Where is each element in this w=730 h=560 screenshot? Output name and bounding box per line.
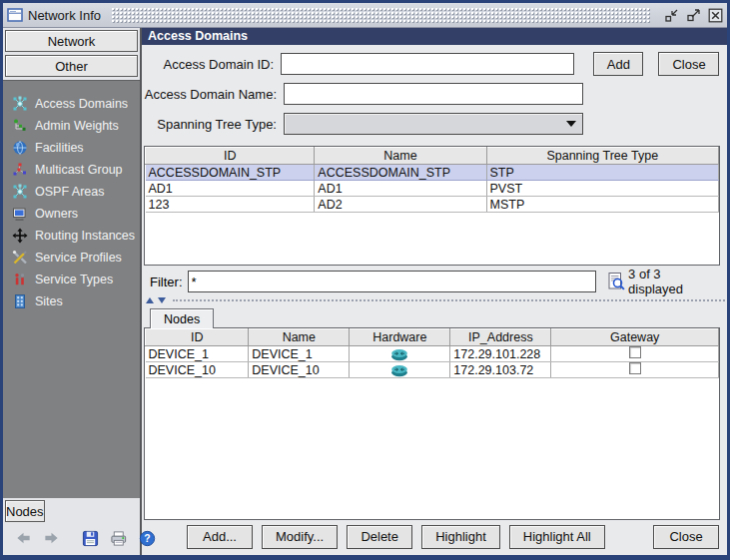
sidebar-item-label: OSPF Areas — [35, 185, 104, 199]
access-domain-form: Access Domain ID: Add Close Access Domai… — [142, 45, 727, 144]
cell-ip-address[interactable]: 172.29.103.72 — [450, 362, 551, 378]
spanning-tree-type-dropdown[interactable] — [284, 113, 583, 135]
sidebar-item-label: Routing Instances — [35, 229, 135, 243]
cell-stp[interactable]: STP — [486, 165, 718, 181]
access-domain-name-input[interactable] — [284, 83, 583, 105]
table-row[interactable]: 123 AD2 MSTP — [146, 197, 719, 213]
sidebar-toolbar: ? — [3, 523, 140, 553]
sidebar-item-label: Service Profiles — [35, 251, 122, 265]
access-domain-id-input[interactable] — [281, 53, 574, 75]
sidebar-item-routing-instances[interactable]: Routing Instances — [3, 225, 140, 247]
sidebar-item-label: Service Types — [35, 273, 113, 286]
cell-stp[interactable]: PVST — [486, 181, 718, 197]
table-row[interactable]: AD1 AD1 PVST — [146, 181, 719, 197]
cell-hardware[interactable] — [350, 362, 450, 378]
cell-hardware[interactable] — [350, 346, 450, 362]
cell-name[interactable]: DEVICE_1 — [249, 346, 350, 362]
cell-id[interactable]: AD1 — [146, 181, 315, 197]
router-icon — [390, 348, 408, 361]
divider-texture — [173, 299, 725, 301]
add-button[interactable]: Add — [593, 52, 644, 76]
forward-arrow-icon[interactable] — [43, 530, 60, 546]
cell-name[interactable]: AD2 — [315, 197, 486, 213]
sidebar-item-ospf-areas[interactable]: OSPF Areas — [3, 181, 140, 203]
page-title: Access Domains — [142, 28, 727, 45]
window-controls — [663, 7, 723, 23]
service-type-icon — [12, 272, 28, 287]
nodes-col-name[interactable]: Name — [249, 329, 350, 346]
nodes-panel: Nodes ID Name Hardware IP_Address Gatewa… — [142, 304, 727, 520]
chevron-down-icon — [566, 121, 576, 127]
nodes-col-id[interactable]: ID — [146, 329, 249, 346]
domains-col-id[interactable]: ID — [146, 148, 315, 165]
modify-button[interactable]: Modify... — [262, 525, 338, 549]
add-node-button[interactable]: Add... — [187, 525, 253, 549]
nodes-col-gateway[interactable]: Gateway — [551, 329, 719, 346]
sidebar-item-facilities[interactable]: Facilities — [3, 137, 140, 159]
computer-icon — [12, 206, 28, 222]
cell-stp[interactable]: MSTP — [486, 197, 718, 213]
domains-col-stp[interactable]: Spanning Tree Type — [486, 148, 718, 165]
sidebar-tab-other[interactable]: Other — [5, 55, 138, 77]
maximize-button[interactable] — [685, 7, 701, 23]
sidebar-item-owners[interactable]: Owners — [3, 203, 140, 225]
gateway-checkbox[interactable] — [629, 362, 641, 374]
sidebar-tab-nodes[interactable]: Nodes — [5, 500, 45, 522]
sidebar-item-label: Multicast Group — [35, 163, 123, 177]
cell-name[interactable]: DEVICE_10 — [249, 362, 350, 378]
cell-id[interactable]: ACCESSDOMAIN_STP — [146, 165, 315, 181]
collapse-up-icon[interactable] — [146, 297, 154, 303]
table-row[interactable]: DEVICE_1 DEVICE_1 172.29.101.228 — [146, 346, 719, 362]
tab-nodes[interactable]: Nodes — [150, 308, 214, 328]
sidebar-item-label: Facilities — [35, 141, 84, 155]
footer-close-button[interactable]: Close — [653, 525, 719, 549]
domains-table: ID Name Spanning Tree Type ACCESSDOMAIN_… — [144, 146, 720, 266]
iconify-button[interactable] — [663, 7, 679, 23]
network-hub-icon — [12, 184, 28, 200]
close-button[interactable] — [707, 7, 723, 23]
split-pane-divider[interactable] — [142, 295, 727, 304]
cell-name[interactable]: AD1 — [315, 181, 486, 197]
sidebar-item-label: Owners — [35, 207, 78, 221]
cell-gateway[interactable] — [551, 362, 719, 378]
sidebar-item-access-domains[interactable]: Access Domains — [3, 93, 140, 115]
filter-label: Filter: — [150, 275, 188, 289]
cell-gateway[interactable] — [551, 346, 719, 362]
table-row[interactable]: DEVICE_10 DEVICE_10 172.29.103.72 — [146, 362, 719, 378]
save-icon[interactable] — [82, 530, 99, 547]
filter-input[interactable] — [188, 271, 597, 292]
print-icon[interactable] — [110, 530, 128, 547]
sidebar-item-sites[interactable]: Sites — [3, 290, 140, 312]
spanning-tree-type-label: Spanning Tree Type: — [142, 117, 284, 132]
cell-id[interactable]: DEVICE_1 — [146, 346, 249, 362]
cell-name[interactable]: ACCESSDOMAIN_STP — [315, 165, 486, 181]
sidebar-item-admin-weights[interactable]: Admin Weights — [3, 115, 140, 137]
nodes-col-ip[interactable]: IP_Address — [450, 329, 551, 346]
cell-id[interactable]: DEVICE_10 — [146, 362, 249, 378]
back-arrow-icon[interactable] — [15, 530, 32, 546]
nodes-col-hardware[interactable]: Hardware — [350, 329, 450, 346]
highlight-button[interactable]: Highlight — [421, 525, 500, 549]
sidebar-item-label: Admin Weights — [35, 119, 119, 133]
highlight-all-button[interactable]: Highlight All — [509, 525, 605, 549]
sidebar-item-label: Sites — [35, 294, 63, 308]
sidebar-item-service-profiles[interactable]: Service Profiles — [3, 247, 140, 269]
cell-ip-address[interactable]: 172.29.101.228 — [450, 346, 551, 362]
delete-button[interactable]: Delete — [347, 525, 412, 549]
filter-bar: Filter: 3 of 3 displayed — [142, 266, 727, 295]
sidebar-item-service-types[interactable]: Service Types — [3, 269, 140, 290]
sidebar-item-label: Access Domains — [35, 97, 128, 111]
sidebar-tab-network[interactable]: Network — [5, 30, 138, 52]
filter-search-icon[interactable] — [604, 270, 628, 293]
building-icon — [12, 293, 28, 309]
titlebar[interactable]: Network Info — [3, 3, 727, 28]
router-icon — [390, 364, 408, 377]
collapse-down-icon[interactable] — [158, 297, 166, 303]
gateway-checkbox[interactable] — [629, 346, 641, 358]
table-row[interactable]: ACCESSDOMAIN_STP ACCESSDOMAIN_STP STP — [146, 165, 719, 181]
form-close-button[interactable]: Close — [658, 52, 719, 76]
domains-col-name[interactable]: Name — [315, 148, 486, 165]
titlebar-texture — [112, 8, 650, 23]
sidebar-item-multicast-group[interactable]: Multicast Group — [3, 159, 140, 181]
cell-id[interactable]: 123 — [146, 197, 315, 213]
